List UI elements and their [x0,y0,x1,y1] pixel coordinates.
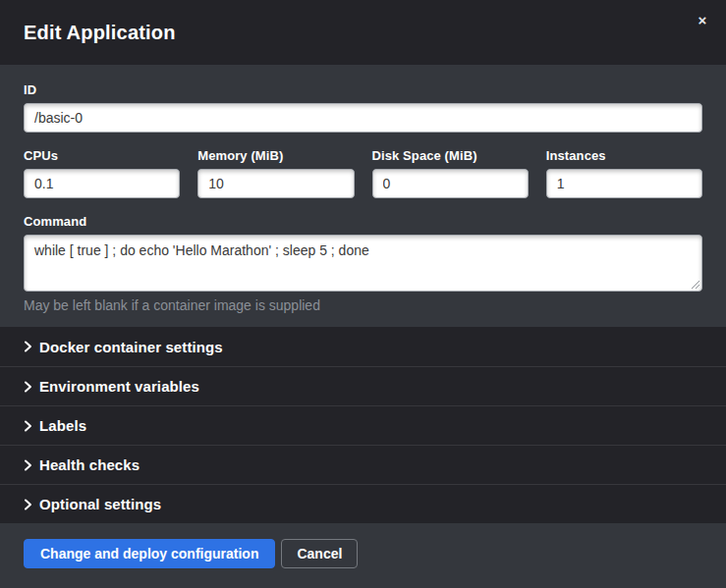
section-environment-variables[interactable]: Environment variables [0,366,726,405]
disk-label: Disk Space (MiB) [372,148,529,163]
instances-input[interactable] [546,169,702,198]
cancel-button[interactable]: Cancel [281,539,358,568]
chevron-right-icon [24,499,39,510]
close-icon[interactable]: × [694,12,711,29]
form-body: ID CPUs Memory (MiB) Disk Space (MiB) In… [0,65,726,327]
disk-field-group: Disk Space (MiB) [372,148,529,198]
section-optional-settings[interactable]: Optional settings [0,484,726,523]
section-health-checks[interactable]: Health checks [0,445,726,484]
command-textarea[interactable]: while [ true ] ; do echo 'Hello Marathon… [24,235,702,292]
section-title: Optional settings [39,496,161,512]
section-title: Labels [39,417,86,434]
modal-header: Edit Application × [0,0,726,65]
memory-label: Memory (MiB) [197,148,354,163]
cpus-input[interactable] [24,169,180,198]
section-title: Environment variables [39,378,199,395]
chevron-right-icon [24,341,39,352]
cpus-field-group: CPUs [24,148,180,198]
section-title: Docker container settings [39,339,223,355]
command-help-text: May be left blank if a container image i… [24,297,702,313]
disk-input[interactable] [372,169,529,198]
command-field-group: Command while [ true ] ; do echo 'Hello … [24,214,702,313]
section-title: Health checks [39,456,140,473]
section-docker-container-settings[interactable]: Docker container settings [0,327,726,366]
resources-row: CPUs Memory (MiB) Disk Space (MiB) Insta… [24,148,702,198]
instances-field-group: Instances [546,148,702,198]
memory-field-group: Memory (MiB) [197,148,354,198]
instances-label: Instances [546,148,702,163]
modal-footer: Change and deploy configuration Cancel [0,523,726,588]
edit-application-modal: Edit Application × ID CPUs Memory (MiB) … [0,0,726,588]
modal-title: Edit Application [24,22,176,44]
section-labels[interactable]: Labels [0,405,726,445]
chevron-right-icon [24,459,39,471]
chevron-right-icon [24,420,39,432]
id-input[interactable] [24,103,702,133]
cpus-label: CPUs [24,148,180,163]
collapsible-sections: Docker container settings Environment va… [0,327,726,523]
id-label: ID [24,82,702,97]
change-and-deploy-button[interactable]: Change and deploy configuration [24,539,275,568]
id-field-group: ID [24,82,702,133]
command-textarea-wrap: while [ true ] ; do echo 'Hello Marathon… [24,235,702,292]
command-label: Command [24,214,702,229]
memory-input[interactable] [197,169,354,198]
chevron-right-icon [24,381,39,393]
